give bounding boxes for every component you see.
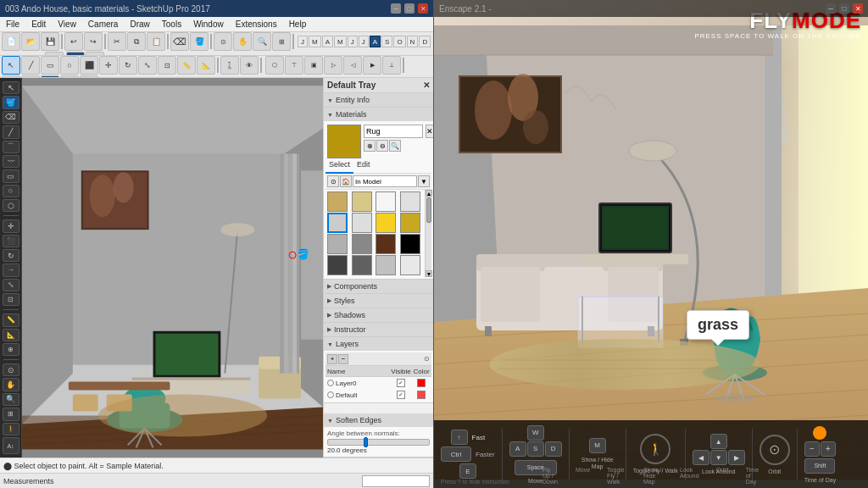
menu-tools[interactable]: Tools	[159, 19, 184, 30]
tool-rotate[interactable]: ↻	[119, 56, 137, 75]
hud-key-a[interactable]: A	[509, 441, 526, 457]
ts-arc[interactable]: ⌒	[3, 141, 19, 153]
tray-close-icon[interactable]: ✕	[423, 80, 430, 90]
swatches-scrollbar[interactable]: ▲ ▼	[425, 190, 431, 277]
layer-remove-btn[interactable]: −	[338, 354, 348, 364]
tool-protractor[interactable]: 📐	[197, 56, 215, 75]
view-iso[interactable]: ⬡	[265, 56, 284, 75]
ts-paint[interactable]: 🪣	[3, 96, 19, 108]
menu-file[interactable]: File	[3, 19, 22, 30]
tool-save[interactable]: 💾	[41, 32, 59, 51]
month-apr[interactable]: M	[334, 36, 347, 47]
month-mar[interactable]: A	[322, 36, 333, 47]
close-button[interactable]: ✕	[418, 3, 428, 14]
ts-pan[interactable]: ✋	[3, 378, 19, 391]
month-sep[interactable]: O	[393, 36, 405, 47]
soften-slider-thumb[interactable]	[364, 437, 368, 447]
menu-edit[interactable]: Edit	[29, 19, 48, 30]
month-jun[interactable]: J	[359, 36, 369, 47]
hud-key-arrow-down[interactable]: ▼	[710, 450, 727, 465]
layers-more-btn[interactable]: ⊙	[424, 355, 430, 363]
hud-key-ctrl[interactable]: Ctrl	[441, 446, 471, 462]
view-top[interactable]: ⊤	[285, 56, 303, 75]
mat-tool-2[interactable]: 🏠	[340, 175, 352, 187]
swatch-mid-gray[interactable]	[327, 234, 348, 254]
hud-key-plus[interactable]: +	[821, 441, 836, 457]
tool-paste[interactable]: 📋	[147, 32, 165, 51]
hud-key-w[interactable]: W	[527, 425, 544, 441]
ts-select[interactable]: ↖	[3, 81, 19, 94]
month-jul[interactable]: A	[370, 36, 381, 47]
ts-walk[interactable]: 🚶	[3, 423, 19, 435]
hud-key-s[interactable]: S	[527, 441, 544, 457]
select-tab[interactable]: Select	[326, 160, 353, 174]
month-may[interactable]: J	[348, 36, 358, 47]
ts-line[interactable]: ╱	[3, 125, 19, 138]
minimize-button[interactable]: ─	[391, 3, 401, 14]
swatch-tan[interactable]	[327, 191, 348, 212]
menu-help[interactable]: Help	[287, 19, 309, 30]
swatch-near-white[interactable]	[400, 255, 420, 275]
measurements-input[interactable]	[362, 475, 430, 487]
tool-paint[interactable]: 🪣	[190, 32, 209, 51]
month-aug[interactable]: S	[381, 36, 392, 47]
layer-0-color-swatch[interactable]	[417, 379, 426, 387]
swatch-charcoal[interactable]	[327, 255, 348, 275]
view-left[interactable]: ▶	[363, 56, 381, 75]
components-header[interactable]: ▶ Components	[324, 280, 433, 293]
entity-info-header[interactable]: ▼ Entity Info	[324, 93, 433, 107]
swatch-black[interactable]	[400, 234, 420, 254]
menu-view[interactable]: View	[55, 19, 79, 30]
layer-1-color-swatch[interactable]	[417, 391, 426, 399]
swatch-light-gray[interactable]	[400, 191, 420, 212]
ts-circle[interactable]: ○	[3, 185, 19, 197]
menu-window[interactable]: Window	[191, 19, 226, 30]
view-back[interactable]: ◁	[343, 56, 362, 75]
mat-close-btn[interactable]: ✕	[426, 125, 433, 138]
soften-slider[interactable]	[327, 439, 430, 446]
ts-erase[interactable]: ⌫	[3, 111, 19, 124]
hud-key-shift[interactable]: Shift	[804, 458, 835, 474]
ts-scale[interactable]: ⤡	[3, 279, 19, 291]
tool-pan[interactable]: ✋	[233, 32, 252, 51]
ts-axes[interactable]: ⊕	[3, 343, 19, 356]
viewport[interactable]: 🪣	[22, 78, 323, 458]
tool-walk[interactable]: 🚶	[220, 56, 239, 75]
swatch-yellow[interactable]	[376, 213, 396, 233]
month-feb[interactable]: M	[309, 36, 321, 47]
view-front[interactable]: ▣	[304, 56, 323, 75]
layer-add-btn[interactable]: +	[327, 354, 337, 364]
menu-draw[interactable]: Draw	[127, 19, 152, 30]
layer-1-radio[interactable]	[327, 391, 334, 398]
shadows-header[interactable]: ▶ Shadows	[324, 308, 433, 322]
instructor-header[interactable]: ▶ Instructor	[324, 323, 433, 336]
layer-1-checkbox[interactable]: ✓	[397, 391, 405, 399]
hud-key-minus[interactable]: −	[804, 441, 820, 457]
tool-redo[interactable]: ↪	[84, 32, 103, 51]
ts-protractor[interactable]: 📐	[3, 329, 19, 341]
scroll-up-btn[interactable]: ▲	[426, 190, 432, 197]
ts-zoom[interactable]: 🔍	[3, 393, 19, 406]
ts-followme[interactable]: →	[3, 263, 19, 276]
edit-tab[interactable]: Edit	[353, 160, 374, 174]
tool-look[interactable]: 👁	[240, 56, 259, 75]
tool-copy[interactable]: ⧉	[127, 32, 146, 51]
ts-tape[interactable]: 📏	[3, 313, 19, 326]
tool-cut[interactable]: ✂	[108, 32, 126, 51]
enscape-close-btn[interactable]: ✕	[853, 3, 863, 14]
mat-tool-1[interactable]: ⊙	[327, 175, 339, 187]
tool-rect[interactable]: ▭	[41, 56, 59, 75]
mat-icon-3[interactable]: 🔍	[389, 140, 401, 152]
tool-new[interactable]: 📄	[2, 32, 20, 51]
swatch-dark-brown[interactable]	[376, 234, 396, 254]
tool-circle[interactable]: ○	[60, 56, 79, 75]
swatch-dark-gray[interactable]	[352, 234, 372, 254]
tool-scale[interactable]: ⤡	[138, 56, 157, 75]
scroll-thumb[interactable]	[426, 197, 431, 223]
hud-key-up[interactable]: ↑	[451, 430, 468, 445]
scroll-down-btn[interactable]: ▼	[426, 270, 432, 277]
layers-header[interactable]: ▼ Layers	[324, 337, 433, 351]
maximize-button[interactable]: □	[404, 3, 415, 14]
tool-line[interactable]: ╱	[21, 56, 40, 75]
ts-rotate[interactable]: ↻	[3, 249, 19, 262]
